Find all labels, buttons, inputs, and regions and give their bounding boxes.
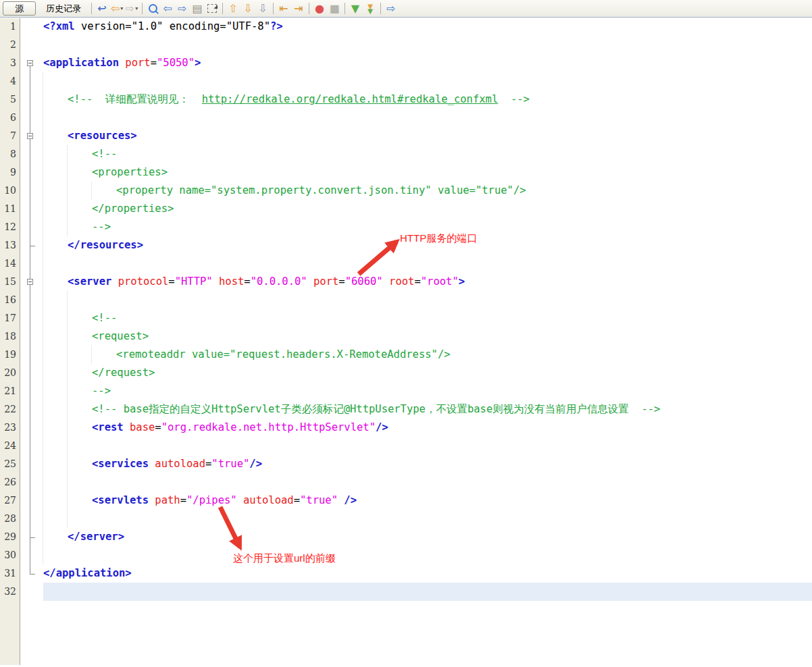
toolbar-separator	[91, 3, 92, 14]
fold-guide-line	[30, 63, 30, 574]
code-segment: ?>	[270, 20, 283, 32]
code-line-10[interactable]: <property name="system.property.convert.…	[116, 182, 526, 200]
fold-collapse-box[interactable]	[27, 60, 33, 66]
code-line-19[interactable]: <remoteaddr value="request.headers.X-Rem…	[116, 346, 451, 364]
code-line-13[interactable]: </resources>	[68, 236, 143, 255]
code-segment	[307, 275, 313, 288]
current-line-highlight	[43, 583, 812, 601]
code-segment: <rest	[92, 421, 124, 433]
line-number: 15	[4, 273, 16, 291]
line-number: 32	[4, 583, 16, 601]
code-segment	[338, 494, 344, 506]
line-number: 29	[4, 528, 16, 546]
dropdown-caret-icon[interactable]: ▾	[135, 1, 138, 16]
code-segment: "true"	[300, 494, 338, 506]
code-segment	[213, 275, 219, 288]
icon-glyph: ⇤	[279, 1, 288, 16]
code-segment	[149, 458, 155, 470]
shift-line-right-icon[interactable]: ⇥	[291, 1, 306, 16]
fold-collapse-box[interactable]	[27, 133, 33, 139]
code-segment: autoload	[243, 494, 294, 506]
rectangular-selection-icon[interactable]	[205, 1, 220, 16]
code-line-20[interactable]: </request>	[92, 364, 155, 382]
code-segment: root	[389, 275, 414, 288]
code-line-31[interactable]: </application>	[43, 564, 132, 583]
code-line-8[interactable]: <!--	[92, 145, 117, 163]
code-line-7[interactable]: <resources>	[68, 127, 137, 145]
toolbar-separator	[345, 3, 345, 14]
annotation-text-1: HTTP服务的端口	[400, 232, 477, 244]
code-segment: "5050"	[157, 57, 195, 69]
toolbar-separator	[380, 3, 381, 14]
code-segment: </application>	[43, 567, 132, 579]
code-segment: protocol	[118, 275, 169, 288]
check-xml-icon[interactable]: ▼▼	[363, 1, 378, 16]
tab-source[interactable]: 源	[3, 1, 36, 16]
code-segment: host	[219, 275, 244, 288]
code-segment: "/pipes"	[186, 494, 237, 506]
fold-end-tick	[30, 537, 35, 538]
code-line-11[interactable]: </properties>	[92, 200, 174, 218]
indent-guide	[91, 182, 92, 200]
code-segment: >	[459, 275, 465, 288]
code-segment: <resources>	[68, 130, 137, 142]
code-line-1[interactable]: <?xml version="1.0" encoding="UTF-8"?>	[43, 18, 283, 36]
code-segment: =	[151, 57, 157, 69]
code-line-23[interactable]: <rest base="org.redkale.net.http.HttpSer…	[92, 419, 388, 437]
code-line-3[interactable]: <application port="5050">	[43, 54, 201, 72]
code-segment: =	[294, 494, 300, 506]
code-segment: <services	[92, 458, 149, 470]
fold-collapse-box[interactable]	[27, 279, 33, 285]
code-segment	[111, 275, 118, 288]
line-number: 16	[4, 291, 16, 309]
next-occurrence-icon[interactable]: ⇨	[175, 1, 190, 16]
dashed-rect-glyph	[207, 4, 217, 13]
code-segment: port	[313, 275, 338, 288]
code-line-17[interactable]: <!--	[92, 309, 117, 327]
navigate-forward-icon[interactable]: ⇨	[384, 1, 399, 16]
code-editor[interactable]: 1234567891011121314151617181920212223242…	[0, 18, 812, 667]
line-number: 19	[4, 346, 16, 364]
last-edit-location-icon[interactable]: ↩	[95, 1, 109, 16]
toolbar-separator	[273, 3, 274, 14]
indent-guide	[67, 291, 68, 528]
code-line-15[interactable]: <server protocol="HTTP" host="0.0.0.0" p…	[68, 273, 465, 291]
tab-history[interactable]: 历史记录	[39, 1, 88, 16]
toggle-bookmark-icon[interactable]: ⇩	[255, 1, 270, 16]
code-line-12[interactable]: -->	[92, 218, 111, 236]
code-segment: "0.0.0.0"	[251, 275, 307, 288]
code-line-5[interactable]: <!-- 详细配置说明见： http://redkale.org/redkale…	[68, 90, 530, 109]
validate-xml-icon[interactable]: ▼	[348, 1, 363, 16]
code-segment: version="1.0" encoding="UTF-8"	[75, 20, 270, 32]
start-macro-recording-icon[interactable]: ●	[312, 1, 327, 16]
code-line-25[interactable]: <services autoload="true"/>	[92, 455, 262, 473]
comment-hyperlink[interactable]: http://redkale.org/redkale.html#redkale_…	[202, 93, 499, 105]
code-line-22[interactable]: <!-- base指定的自定义HttpServlet子类必须标记@HttpUse…	[92, 400, 660, 419]
toolbar-separator	[142, 3, 143, 14]
code-segment: <properties>	[92, 166, 168, 178]
previous-bookmark-icon[interactable]: ⇧	[226, 1, 240, 16]
stop-macro-recording-icon[interactable]: ■	[327, 1, 342, 16]
icon-glyph: ↩	[97, 1, 106, 16]
code-line-21[interactable]: -->	[92, 382, 111, 400]
code-line-18[interactable]: <request>	[92, 327, 149, 346]
toggle-highlight-search-icon[interactable]: ▤	[190, 1, 205, 16]
next-bookmark-icon[interactable]: ⇩	[240, 1, 255, 16]
find-selection-icon[interactable]	[145, 1, 160, 16]
jump-back-icon[interactable]: ⇦▾	[109, 1, 124, 16]
line-number: 1	[10, 18, 16, 36]
code-segment: base	[130, 421, 155, 433]
code-line-9[interactable]: <properties>	[92, 163, 168, 182]
code-segment: <application	[43, 57, 119, 69]
dropdown-caret-icon[interactable]: ▾	[120, 1, 123, 16]
code-segment: />	[344, 494, 357, 506]
code-line-27[interactable]: <servlets path="/pipes" autoload="true" …	[92, 491, 357, 510]
icon-glyph: ⇨	[126, 1, 134, 16]
icon-glyph: ⇦	[163, 1, 172, 16]
line-number: 22	[4, 400, 16, 419]
code-line-29[interactable]: </server>	[68, 528, 124, 546]
jump-forward-icon[interactable]: ⇨▾	[124, 1, 139, 16]
code-segment: <!-- 详细配置说明见：	[68, 93, 202, 105]
shift-line-left-icon[interactable]: ⇤	[276, 1, 291, 16]
previous-occurrence-icon[interactable]: ⇦	[160, 1, 175, 16]
